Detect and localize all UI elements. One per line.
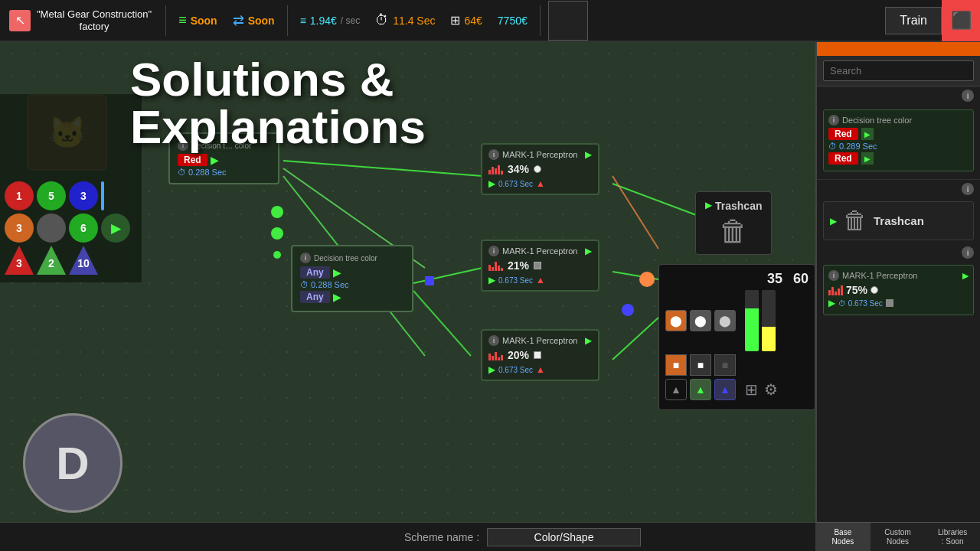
stat-soon2: ⇄ Soon <box>225 12 283 29</box>
perc-info-icon: i <box>828 270 839 281</box>
perceptron-3-data: 20% <box>488 349 592 361</box>
counter-tri-2: 2 <box>37 246 66 275</box>
counter-panel: 1 5 3 3 6 ▶ 3 2 10 <box>0 94 142 282</box>
bar-fill-2 <box>762 327 776 351</box>
svg-point-10 <box>271 227 283 240</box>
num-60: 60 <box>793 271 808 287</box>
perceptron-1-time-row: ▶ 0.673 Sec ▲ <box>488 178 592 189</box>
counter-1: 1 <box>5 181 34 210</box>
shape-tri-1[interactable]: ▲ <box>665 379 687 400</box>
arrow-right-1: ▶ <box>211 154 219 166</box>
shape-sq-dark2[interactable]: ■ <box>714 354 736 376</box>
bottom-tabs: Base Nodes Custom Nodes Libraries : Soon <box>815 522 980 551</box>
record-button[interactable]: ⬛ <box>942 0 980 41</box>
pct-p2: 21% <box>508 259 529 272</box>
time-value: 11.4 Sec <box>393 15 435 27</box>
bar-fill-1 <box>745 308 759 351</box>
right-panel: Stop i i Decision tree color Red ▶ ⏱ 0.2… <box>815 0 980 551</box>
svg-point-14 <box>622 304 634 316</box>
factory-name: "Metal Gear Construction" <box>37 8 152 21</box>
canvas-area: Solutions & Explanations 🐱 1 5 3 3 6 ▶ 3… <box>0 42 815 551</box>
back-arrow-icon[interactable]: ↖ <box>9 10 31 31</box>
bars-p2 <box>488 260 503 271</box>
dt-title-text: Decision tree color <box>842 116 912 125</box>
shapes-row-2: ■ ■ ■ <box>665 354 808 376</box>
decision-node-1: i Decision t… color Red ▶ ⏱0.288 Sec <box>168 132 279 184</box>
play-button[interactable]: ▶ <box>101 214 130 243</box>
shape-tri-3[interactable]: ▲ <box>714 379 736 400</box>
factory-sub: factory <box>37 21 152 33</box>
rate-unit: / sec <box>341 15 360 26</box>
counter-tri-1: 3 <box>5 246 34 275</box>
dt-red-row-1: Red ▶ <box>828 128 969 140</box>
shape-sq-orange[interactable]: ■ <box>665 354 687 376</box>
shape-circle-gray2[interactable]: ⬤ <box>714 310 736 331</box>
stat-time: ⏱ 11.4 Sec <box>368 12 443 28</box>
train-button[interactable]: Train <box>885 7 942 34</box>
dt-info-icon: i <box>828 115 839 126</box>
user-avatar: D <box>23 413 122 513</box>
dt-arrow-btn-1[interactable]: ▶ <box>861 128 874 140</box>
search-input[interactable] <box>823 60 974 81</box>
shape-tri-2[interactable]: ▲ <box>690 379 711 400</box>
svg-point-9 <box>271 206 283 218</box>
white-dot-p1 <box>534 165 541 173</box>
perceptron-data-row: 75% <box>828 284 969 296</box>
stat-soon1: ≡ Soon <box>171 12 225 28</box>
decision-tree-card: i Decision tree color Red ▶ ⏱ 0.289 Sec … <box>823 109 974 171</box>
arrow-p1-left: ▶ <box>488 178 495 189</box>
shape-circle-gray[interactable]: ⬤ <box>690 310 711 331</box>
svg-line-5 <box>612 184 704 218</box>
money-value: 7750€ <box>498 15 528 27</box>
info-p2: i <box>488 246 499 256</box>
svg-line-4 <box>413 291 471 356</box>
trashcan-canvas-node: ▶ Trashcan 🗑 <box>695 191 772 255</box>
clock-icon: ⏱ <box>828 142 837 151</box>
soon2-icon: ⇄ <box>233 12 244 29</box>
scheme-label: Scheme name : <box>404 531 479 543</box>
perc-arrow: ▶ <box>962 271 969 281</box>
svg-point-11 <box>273 251 281 259</box>
panel-trashcan-1: ▶ 🗑 Trashcan <box>823 201 974 240</box>
tab-libraries[interactable]: Libraries : Soon <box>925 522 980 551</box>
scheme-input[interactable] <box>487 528 641 546</box>
dt-arrow-btn-2[interactable]: ▶ <box>861 152 874 165</box>
search-bar <box>817 56 980 86</box>
decision-node-1-title: Decision t… color <box>191 142 251 150</box>
perceptron-3-title: MARK-1 Perceptron <box>502 336 577 345</box>
shape-circle-orange[interactable]: ⬤ <box>665 310 687 331</box>
badge-any1: Any <box>300 266 330 279</box>
pct-p3: 20% <box>508 349 529 361</box>
shape-sq-dark[interactable]: ■ <box>690 354 711 376</box>
counter-row-2: 3 6 ▶ <box>5 214 137 243</box>
tab-base-nodes[interactable]: Base Nodes <box>815 522 871 551</box>
arrow-p1-right: ▶ <box>585 149 592 160</box>
perceptron-node-2: i MARK-1 Perceptron ▶ 21% ▶ 0.673 Sec ▲ <box>481 240 599 292</box>
info-row-3: i <box>817 243 980 262</box>
decision-node-2: i Decision tree color Any ▶ ⏱0.288 Sec A… <box>291 245 413 312</box>
dt-red-badge1: Red <box>828 128 858 140</box>
counter-6: 6 <box>69 214 98 243</box>
count-value: 64€ <box>464 15 482 27</box>
panel-perceptron-card: i MARK-1 Perceptron ▶ 75% ▶ ⏱ 0.673 Sec <box>823 265 974 315</box>
perc-play: ▶ <box>828 298 835 308</box>
clock-p: ⏱ <box>838 299 846 308</box>
stat-money: 7750€ <box>490 15 535 27</box>
decision-node-2-time: ⏱0.288 Sec <box>300 280 404 289</box>
svg-line-3 <box>413 268 482 283</box>
tab-custom-nodes[interactable]: Custom Nodes <box>871 522 926 551</box>
time-p1: 0.673 Sec <box>498 180 533 188</box>
layer-icons: ⊞ ⚙ <box>745 380 778 399</box>
perceptron-1-title: MARK-1 Perceptron <box>502 150 577 159</box>
progress-bars <box>745 290 776 351</box>
white-dot-panel <box>871 286 878 294</box>
perc-time: ⏱ 0.673 Sec <box>838 299 883 308</box>
tri-p3: ▲ <box>536 364 545 375</box>
decision-tree-title: i Decision tree color <box>828 115 969 126</box>
trashcan-header: ▶ Trashcan <box>705 198 762 212</box>
decision-node-2-title: Decision tree color <box>314 254 377 262</box>
counter-4: 3 <box>5 214 34 243</box>
perceptron-3-time-row: ▶ 0.673 Sec ▲ <box>488 364 592 375</box>
info-p3: i <box>488 335 499 346</box>
arrow-p3-right: ▶ <box>585 335 592 346</box>
